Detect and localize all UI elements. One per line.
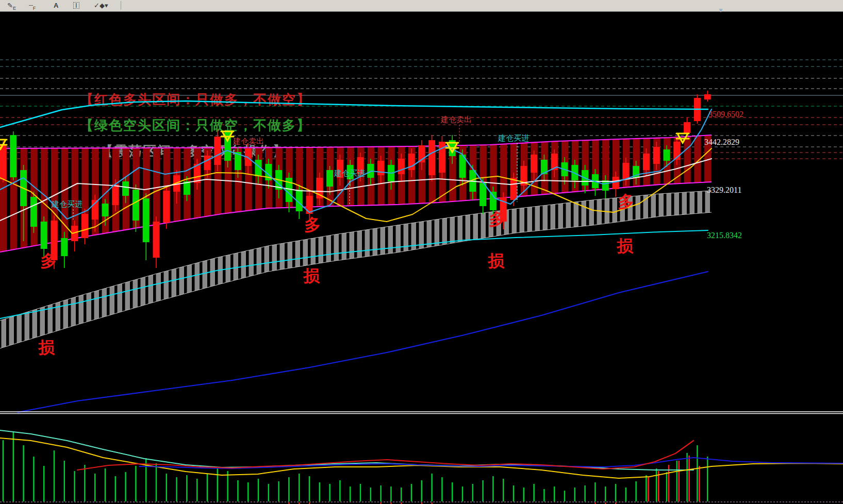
candle-body (102, 204, 109, 216)
dotted-box-icon: I (73, 2, 79, 9)
stop-marker: 损 (38, 338, 55, 357)
candle-body (61, 238, 68, 256)
macd-aqua-line (0, 430, 693, 470)
stop-marker: 损 (487, 251, 505, 270)
candle-body (664, 149, 670, 161)
kline-chart-canvas[interactable]: 【红色多头区间：只做多，不做空】【绿色空头区间：只做空，不做多】【震荡区间：多空… (0, 0, 843, 504)
long-marker: 多 (304, 215, 321, 234)
candle-body (0, 145, 7, 179)
candle-body (428, 140, 435, 175)
price-label: 3442.2829 (704, 138, 739, 146)
candle-body (684, 122, 690, 133)
price-label: 3329.2011 (707, 186, 741, 194)
price-label: 3509.6502 (708, 110, 743, 119)
buy-signal-label: 建仓买进 (498, 133, 529, 142)
candle-body (153, 222, 160, 258)
toolbar-separator (121, 1, 121, 10)
sell-signal-label: 建仓卖出 (440, 115, 472, 124)
pointer-diamond-icon: ✓◆▾ (94, 2, 108, 9)
candle-body (439, 142, 445, 173)
candle-body (30, 197, 37, 227)
candle-body (531, 155, 537, 173)
long-marker: 多 (618, 192, 634, 211)
drawing-toolbar: ✎E ┄F A I ✓◆▾ (0, 0, 843, 12)
draw-line-tool[interactable]: ✎E (7, 1, 16, 10)
segment-tool[interactable]: ┄F (29, 1, 36, 10)
tool-key-label: E (13, 6, 16, 11)
letter-a-icon: A (54, 2, 58, 9)
dashes-icon: ┄ (29, 2, 33, 9)
region-tool[interactable]: I (73, 1, 79, 10)
candle-body (81, 214, 88, 238)
macd-red-line (77, 441, 693, 470)
candle-body (510, 178, 517, 200)
candle-body (622, 163, 629, 179)
long-marker: 多 (40, 251, 57, 270)
stop-marker: 损 (303, 266, 320, 285)
candle-body (480, 183, 486, 206)
candle-body (643, 154, 650, 170)
bull-zone-note: 【红色多头区间：只做多，不做空】 (80, 92, 311, 107)
long-marker: 多 (489, 210, 505, 228)
buy-signal-label: 建仓买进 (334, 169, 365, 177)
tool-key-label: F (33, 6, 36, 11)
candle-body (653, 147, 660, 164)
candle-body (112, 184, 119, 205)
candle-body (398, 159, 405, 174)
candle-body (163, 191, 170, 223)
bear-zone-note: 【绿色空头区间：只做空，不做多】 (80, 117, 311, 133)
candle-body (704, 94, 711, 99)
macd-yellow-line (0, 438, 843, 478)
candle-body (490, 192, 497, 210)
candle-body (204, 156, 211, 170)
candle-body (613, 177, 619, 189)
stop-marker: 损 (616, 237, 634, 255)
candle-body (10, 135, 16, 177)
candle-body (133, 190, 139, 221)
text-tool[interactable]: A (54, 1, 58, 10)
candle-body (122, 181, 129, 196)
trading-terminal: ✎E ┄F A I ✓◆▾ ▼ 【红色多头区间：只做多，不做空】【绿色空头区间：… (0, 0, 843, 504)
candle-body (214, 137, 221, 165)
candle-body (41, 222, 47, 249)
macd-panel (0, 430, 843, 504)
candle-body (143, 198, 150, 242)
sell-signal-label: 建仓卖出 (233, 137, 264, 145)
candle-body (377, 161, 384, 175)
pointer-tool[interactable]: ✓◆▾ (94, 1, 108, 10)
candle-body (326, 170, 333, 187)
pencil-icon: ✎ (7, 2, 13, 9)
collapse-chevron-icon[interactable]: ▼ (718, 7, 724, 14)
buy-signal-label: 建仓买进 (51, 199, 82, 208)
price-label: 3215.8342 (707, 231, 742, 240)
